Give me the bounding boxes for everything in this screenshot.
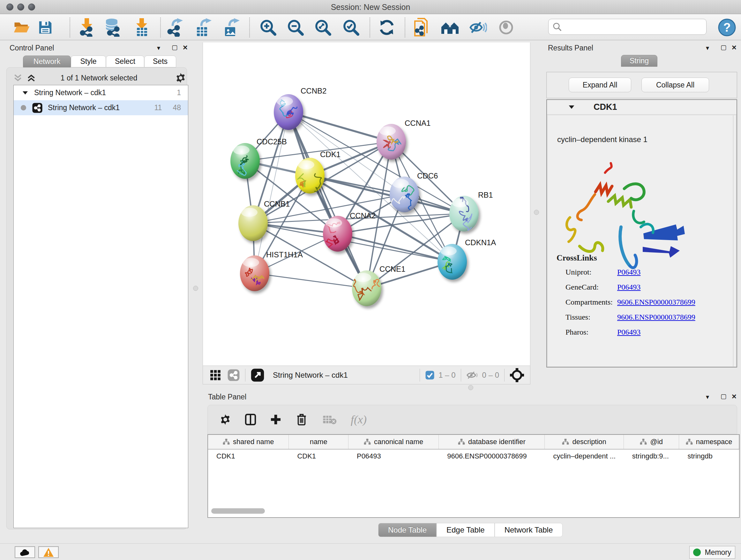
warning-status-button[interactable] — [38, 546, 59, 558]
zoom-in-button[interactable] — [258, 17, 278, 37]
table-tab-node-table[interactable]: Node Table — [378, 523, 436, 537]
save-session-button[interactable] — [35, 17, 56, 37]
column-header-sharedname[interactable]: shared name — [208, 435, 289, 449]
search-input[interactable] — [562, 22, 699, 31]
crosslink-link[interactable]: P06493 — [617, 328, 641, 336]
show-columns-icon[interactable] — [244, 413, 257, 426]
network-edge[interactable] — [288, 112, 391, 142]
results-panel-window-icon[interactable]: ▢ — [721, 44, 727, 51]
expand-all-button[interactable]: Expand All — [569, 78, 631, 92]
open-session-button[interactable] — [11, 17, 32, 37]
network-edge[interactable] — [255, 112, 288, 273]
import-network-from-database-button[interactable] — [103, 17, 123, 37]
export-network-button[interactable] — [165, 17, 186, 37]
table-tab-edge-table[interactable]: Edge Table — [436, 523, 495, 537]
column-header-databaseidentifier[interactable]: database identifier — [439, 435, 545, 449]
network-edge[interactable] — [288, 112, 367, 288]
tab-network[interactable]: Network — [23, 56, 71, 67]
crosslink-label: GeneCard: — [556, 283, 617, 292]
table-row[interactable]: CDK1CDK1P064939606.ENSP00000378699cyclin… — [208, 449, 739, 464]
tab-style[interactable]: Style — [71, 56, 106, 67]
collapse-all-button[interactable]: Collapse All — [642, 78, 709, 92]
add-column-icon[interactable] — [270, 414, 282, 426]
import-table-icon — [133, 18, 150, 37]
table-panel-window-icon[interactable]: ▢ — [721, 393, 727, 399]
apply-layout-button[interactable] — [377, 17, 397, 37]
table-panel-float-icon[interactable]: ▾ — [706, 394, 709, 400]
table-header-row: shared namenamecanonical namedatabase id… — [208, 435, 739, 449]
expand-all-networks-icon[interactable] — [26, 73, 37, 83]
network-node[interactable]: CCNB1 — [239, 199, 290, 241]
results-scrollbar-track[interactable] — [733, 115, 733, 367]
crosslink-row: Compartments: 9606.ENSP00000378699 — [556, 295, 723, 310]
control-panel-float-icon[interactable]: ▾ — [157, 45, 160, 51]
column-header-canonicalname[interactable]: canonical name — [348, 435, 439, 449]
cloud-status-button[interactable] — [15, 546, 35, 558]
string-network-icon — [32, 103, 43, 113]
selected-checkbox-icon[interactable] — [425, 370, 434, 380]
network-canvas[interactable]: CCNB2 CCNA1 CDC25B CDK1 CDC6 RB1 — [203, 43, 530, 366]
network-node[interactable]: RB1 — [449, 191, 493, 232]
network-node[interactable]: CDK1 — [295, 150, 340, 193]
fit-content-crosshair-icon[interactable] — [510, 368, 524, 382]
show-all-button[interactable] — [496, 17, 516, 37]
column-header-name[interactable]: name — [289, 435, 348, 449]
crosslink-link[interactable]: P06493 — [617, 268, 641, 276]
right-splitter-handle[interactable] — [534, 210, 539, 215]
network-node[interactable]: CDKN1A — [437, 238, 496, 280]
results-panel-float-icon[interactable]: ▾ — [706, 45, 709, 51]
table-panel-close-icon[interactable]: ✕ — [731, 393, 737, 400]
control-panel-window-icon[interactable]: ▢ — [172, 44, 178, 51]
crosslink-link[interactable]: 9606.ENSP00000378699 — [617, 313, 695, 321]
zoom-selected-button[interactable] — [341, 17, 361, 37]
column-header-id[interactable]: @id — [624, 435, 679, 449]
control-panel-close-icon[interactable]: ✕ — [183, 44, 188, 51]
column-header-namespace[interactable]: namespace — [679, 435, 739, 449]
collection-expand-icon[interactable] — [22, 90, 28, 96]
network-edge[interactable] — [255, 273, 367, 288]
import-network-from-file-button[interactable] — [77, 17, 97, 37]
tab-select[interactable]: Select — [106, 56, 144, 67]
network-row[interactable]: String Network – cdk1 11 48 — [14, 100, 188, 115]
collapse-all-networks-icon[interactable] — [13, 73, 23, 83]
table-gear-icon[interactable] — [219, 414, 231, 426]
network-options-gear-icon[interactable] — [175, 72, 186, 84]
entry-collapse-icon[interactable] — [568, 105, 575, 110]
table-cell: P06493 — [348, 449, 439, 464]
results-panel-close-icon[interactable]: ✕ — [731, 44, 737, 51]
network-from-file-button[interactable] — [412, 17, 432, 37]
birdseye-grid-icon[interactable] — [209, 369, 221, 381]
crosslink-link[interactable]: 9606.ENSP00000378699 — [617, 298, 695, 307]
network-view-toolbar: String Network – cdk1 1 – 0 0 – 0 — [203, 366, 530, 384]
zoom-fit-button[interactable] — [313, 17, 333, 37]
network-node[interactable]: CDC25B — [230, 137, 287, 179]
network-collection-row[interactable]: String Network – cdk1 1 — [14, 85, 188, 100]
bottom-splitter-handle[interactable] — [468, 385, 473, 390]
hide-selected-button[interactable] — [468, 17, 488, 37]
first-neighbors-button[interactable] — [440, 17, 460, 37]
export-image-button[interactable] — [221, 17, 241, 37]
column-header-description[interactable]: description — [545, 435, 623, 449]
export-table-button[interactable] — [193, 17, 213, 37]
crosslink-link[interactable]: P06493 — [617, 283, 641, 292]
table-horizontal-scrollbar[interactable] — [211, 508, 265, 514]
help-button[interactable]: ? — [717, 17, 737, 37]
network-node[interactable]: CCNE1 — [352, 265, 405, 306]
network-node[interactable]: HIST1H1A — [240, 250, 303, 291]
string-panel-icon[interactable] — [227, 369, 240, 381]
import-network-icon — [78, 18, 95, 37]
hidden-node-edge-counts: 0 – 0 — [482, 371, 499, 380]
network-node[interactable]: CCNB2 — [274, 86, 327, 130]
delete-column-icon[interactable] — [296, 413, 307, 426]
table-cell: 9606.ENSP00000378699 — [439, 449, 545, 464]
zoom-out-button[interactable] — [285, 17, 306, 37]
memory-button[interactable]: Memory — [689, 546, 735, 559]
open-in-window-icon[interactable] — [251, 368, 265, 382]
left-splitter-handle[interactable] — [193, 286, 198, 291]
tab-sets[interactable]: Sets — [144, 56, 176, 67]
results-tab-string[interactable]: String — [621, 55, 657, 67]
table-tab-network-table[interactable]: Network Table — [495, 523, 563, 537]
table-toolbar: f(x) — [207, 405, 737, 434]
import-table-from-file-button[interactable] — [131, 17, 152, 37]
entry-header[interactable]: CDK1 — [547, 100, 737, 115]
